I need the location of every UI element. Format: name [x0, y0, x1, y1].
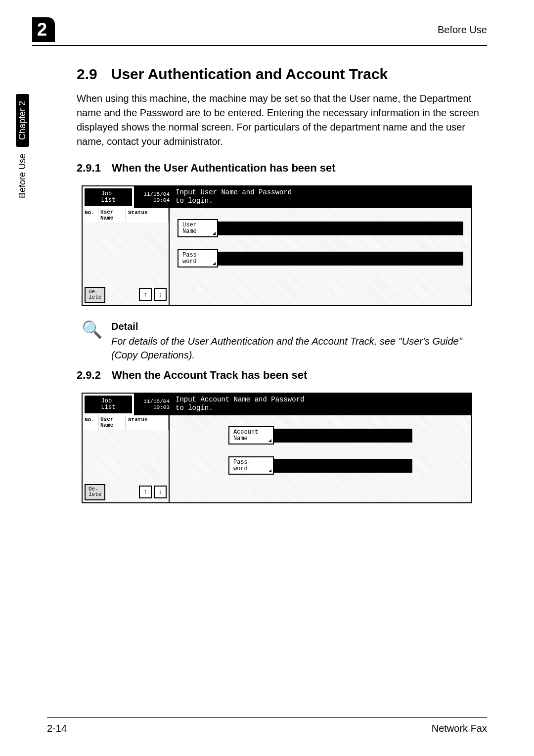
username-button[interactable]: User Name	[178, 219, 218, 237]
doc-title: Network Fax	[432, 723, 487, 734]
time-text: 10:03	[153, 404, 170, 410]
side-section-label: Before Use	[16, 147, 29, 205]
job-list-button[interactable]: Job List	[85, 188, 132, 206]
content: 2.9 User Authentication and Account Trac…	[77, 66, 487, 503]
date-text: 11/15/04	[143, 191, 170, 197]
datetime: 11/15/04 10:04	[134, 186, 172, 208]
detail-heading: Detail	[111, 321, 487, 332]
password-input[interactable]	[218, 252, 463, 266]
subsection-2-heading: 2.9.2 When the Account Track has been se…	[77, 369, 487, 382]
subsection-2-number: 2.9.2	[77, 369, 101, 382]
page-header: 2 Before Use	[32, 17, 487, 46]
job-list-header: No. User Name Status	[83, 415, 169, 430]
subsection-1-title: When the User Authentication has been se…	[112, 162, 336, 175]
page-number: 2-14	[47, 723, 67, 734]
password-button[interactable]: Pass- word	[178, 249, 218, 267]
lcd-panel-2: Job List 11/15/04 10:03 Input Account Na…	[82, 393, 487, 503]
datetime: 11/15/04 10:03	[134, 394, 172, 415]
account-name-input[interactable]	[274, 429, 412, 443]
account-name-button[interactable]: Account Name	[228, 426, 274, 445]
lcd-panel-1: Job List 11/15/04 10:04 Input User Name …	[82, 185, 487, 306]
password-input[interactable]	[274, 459, 412, 473]
page: 2 Before Use Chapter 2 Before Use 2.9 Us…	[0, 0, 534, 756]
side-tab: Chapter 2 Before Use	[15, 94, 30, 252]
page-footer: 2-14 Network Fax	[47, 717, 487, 734]
password-button[interactable]: Pass- word	[228, 456, 274, 475]
login-prompt: Input Account Name and Password to login…	[172, 394, 471, 415]
job-list-header: No. User Name Status	[83, 208, 169, 222]
scroll-up-button[interactable]: ↑	[139, 486, 152, 498]
col-user: User Name	[98, 208, 126, 222]
time-text: 10:04	[153, 197, 170, 203]
job-list-body	[83, 430, 169, 482]
running-head: Before Use	[438, 24, 487, 36]
scroll-down-button[interactable]: ↓	[154, 486, 167, 498]
login-form: User Name Pass- word	[170, 208, 471, 305]
magnifier-icon: 🔍	[82, 321, 102, 338]
delete-button[interactable]: De- lete	[85, 484, 105, 500]
job-list-pane: No. User Name Status De- lete ↑ ↓	[83, 415, 170, 502]
detail-body: For details of the User Authentication a…	[111, 334, 487, 362]
detail-note: 🔍 Detail For details of the User Authent…	[82, 321, 487, 362]
job-list-body	[83, 222, 169, 285]
login-form: Account Name Pass- word	[170, 415, 471, 502]
section-heading: 2.9 User Authentication and Account Trac…	[77, 66, 487, 83]
job-list-pane: No. User Name Status De- lete ↑ ↓	[83, 208, 170, 305]
scroll-up-button[interactable]: ↑	[139, 288, 152, 301]
username-input[interactable]	[218, 222, 463, 235]
section-title: User Authentication and Account Track	[111, 66, 388, 83]
section-intro: When using this machine, the machine may…	[77, 91, 487, 149]
col-user: User Name	[98, 415, 126, 430]
section-number: 2.9	[77, 66, 97, 83]
delete-button[interactable]: De- lete	[85, 287, 105, 303]
col-no: No.	[83, 208, 98, 222]
side-chapter-label: Chapter 2	[16, 94, 29, 147]
subsection-1-number: 2.9.1	[77, 162, 101, 175]
subsection-1-heading: 2.9.1 When the User Authentication has b…	[77, 162, 487, 175]
col-status: Status	[126, 415, 169, 430]
subsection-2-title: When the Account Track has been set	[112, 369, 307, 382]
chapter-badge: 2	[32, 17, 55, 42]
date-text: 11/15/04	[143, 399, 170, 404]
scroll-down-button[interactable]: ↓	[154, 288, 167, 301]
login-prompt: Input User Name and Password to login.	[172, 186, 471, 208]
col-no: No.	[83, 415, 98, 430]
col-status: Status	[126, 208, 169, 222]
job-list-button[interactable]: Job List	[85, 396, 132, 413]
